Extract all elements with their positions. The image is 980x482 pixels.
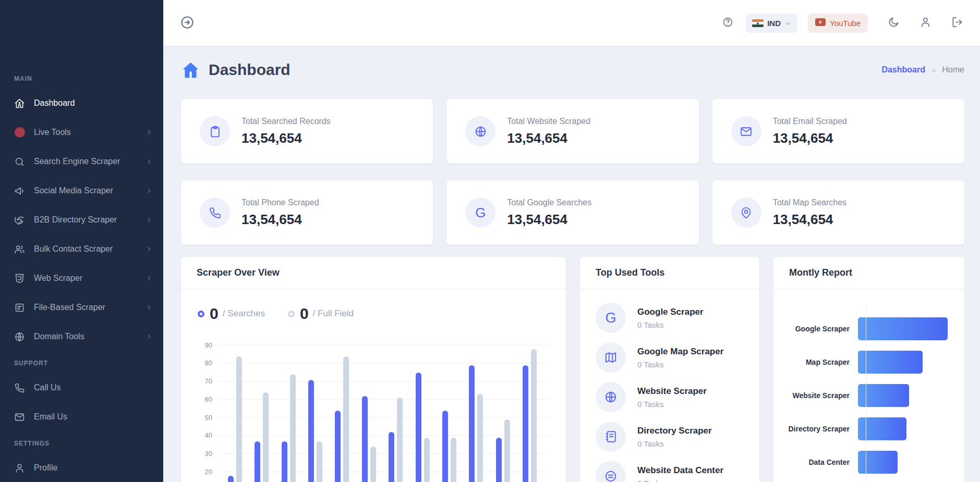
- tool-tasks: 0 Tasks: [637, 320, 704, 329]
- stat-value: 13,54,654: [773, 130, 847, 146]
- map-pin-icon: [731, 197, 761, 228]
- overview-title: Scraper Over View: [197, 267, 280, 278]
- file-icon: [14, 302, 25, 313]
- tool-row-website-data-center[interactable]: Website Data Center0 Tasks: [596, 461, 744, 482]
- legend-count: 0: [210, 305, 219, 323]
- sidebar-logo-area: [0, 0, 163, 67]
- tool-tasks: 0 Tasks: [637, 400, 707, 409]
- monthly-bar: [858, 417, 906, 440]
- sidebar-item-profile[interactable]: Profile: [0, 453, 163, 482]
- handshake-icon: [14, 215, 25, 226]
- y-axis-tick-label: 30: [192, 449, 212, 457]
- sidebar-item-social-media-scraper[interactable]: Social Media Scraper: [0, 176, 163, 205]
- bottom-grid: Scraper Over View 0/ Searches0/ Full Fie…: [181, 257, 964, 482]
- sidebar-item-email-us[interactable]: Email Us: [0, 402, 163, 431]
- bar-group: [389, 335, 403, 482]
- top-tools-card-header: Top Used Tools: [580, 257, 759, 289]
- overview-legend-item: 0/ Searches: [198, 305, 265, 323]
- chevron-right-icon: [146, 304, 153, 311]
- legend-dot-icon: [198, 311, 204, 317]
- tool-row-google-map-scraper[interactable]: Google Map Scraper0 Tasks: [596, 342, 744, 373]
- moon-icon: [888, 16, 900, 30]
- stat-card-total-phone-scraped: Total Phone Scraped13,54,654: [181, 180, 433, 245]
- globe-icon: [596, 382, 626, 412]
- top-tools-title: Top Used Tools: [596, 267, 664, 278]
- sidebar-item-label: Call Us: [34, 383, 153, 392]
- tool-tasks: 0 Tasks: [637, 439, 712, 448]
- sidebar-item-b2b-directory-scraper[interactable]: B2B Directory Scraper: [0, 205, 163, 234]
- tool-info: Directory Scraper0 Tasks: [637, 426, 712, 448]
- sidebar-item-domain-tools[interactable]: Domain Tools: [0, 322, 163, 351]
- searches-bar: [523, 365, 528, 482]
- tool-name: Google Map Scraper: [637, 347, 723, 357]
- logout-button[interactable]: [951, 16, 963, 30]
- y-axis-tick-label: 60: [192, 395, 212, 403]
- tool-row-website-scraper[interactable]: Website Scraper0 Tasks: [596, 382, 744, 412]
- full-field-bar: [290, 374, 296, 482]
- stat-value: 13,54,654: [241, 212, 319, 228]
- sidebar-item-live-tools[interactable]: Live Tools: [0, 118, 163, 147]
- full-field-bar: [451, 438, 456, 482]
- circle-arrow-right-icon: [180, 15, 195, 31]
- monthly-row: Map Scraper: [773, 345, 964, 379]
- overview-chart: 2030405060708090: [220, 335, 548, 482]
- topbar-right: IND YouTube: [722, 14, 963, 33]
- monthly-bar: [858, 451, 898, 474]
- sidebar-item-call-us[interactable]: Call Us: [0, 373, 163, 402]
- dark-mode-button[interactable]: [888, 16, 900, 30]
- sidebar-toggle-button[interactable]: [180, 15, 195, 31]
- bar-group: [469, 335, 483, 482]
- profile-button[interactable]: [919, 16, 931, 30]
- bar-group: [362, 335, 376, 482]
- sidebar-item-label: Email Us: [34, 412, 153, 422]
- youtube-button[interactable]: YouTube: [808, 14, 868, 33]
- chevron-right-icon: [146, 333, 153, 340]
- language-selector[interactable]: IND: [746, 14, 797, 33]
- tool-row-directory-scraper[interactable]: Directory Scraper0 Tasks: [596, 422, 744, 452]
- chevron-right-icon: [146, 187, 153, 194]
- sidebar-item-search-engine-scraper[interactable]: Search Engine Scraper: [0, 147, 163, 176]
- stat-card-total-email-scraped: Total Email Scraped13,54,654: [712, 99, 964, 164]
- bar-group: [308, 335, 322, 482]
- tool-info: Google Scraper0 Tasks: [637, 307, 704, 329]
- sidebar-item-bulk-contact-scraper[interactable]: Bulk Contact Scraper: [0, 234, 163, 264]
- y-axis-tick-label: 50: [192, 413, 212, 421]
- youtube-label: YouTube: [830, 19, 861, 28]
- tool-row-google-scraper[interactable]: GGoogle Scraper0 Tasks: [596, 303, 744, 333]
- overview-card: Scraper Over View 0/ Searches0/ Full Fie…: [181, 257, 566, 482]
- monthly-bar: [858, 351, 923, 374]
- tool-info: Website Data Center0 Tasks: [637, 465, 723, 482]
- monthly-category-label: Google Scraper: [773, 325, 858, 333]
- stat-value: 13,54,654: [507, 212, 591, 228]
- india-flag-icon: [752, 19, 764, 27]
- tool-tasks: 0 Tasks: [637, 360, 723, 369]
- searches-bar: [335, 411, 341, 482]
- mail-icon: [14, 412, 25, 423]
- monthly-category-label: Website Scraper: [773, 391, 858, 400]
- sidebar-item-dashboard[interactable]: Dashboard: [0, 89, 163, 118]
- phone-icon: [14, 382, 25, 393]
- live-icon: [14, 127, 25, 138]
- g-icon: G: [596, 303, 626, 333]
- full-field-bar: [343, 356, 349, 482]
- tool-name: Website Data Center: [637, 465, 723, 476]
- help-button[interactable]: [722, 17, 733, 29]
- globe-icon: [14, 331, 25, 342]
- top-tools-card: Top Used Tools GGoogle Scraper0 TasksGoo…: [580, 257, 759, 482]
- stat-card-total-website-scraped: Total Website Scraped13,54,654: [446, 99, 698, 164]
- monthly-row: Directory Scraper: [773, 412, 964, 446]
- breadcrumb-link[interactable]: Dashboard: [881, 65, 925, 75]
- sidebar-item-file-based-scraper[interactable]: File-Based Scraper: [0, 293, 163, 322]
- full-field-bar: [531, 349, 537, 482]
- chevron-right-icon: [146, 245, 153, 253]
- y-axis-tick-label: 80: [192, 359, 212, 367]
- stat-info: Total Website Scraped13,54,654: [507, 117, 590, 146]
- topbar: IND YouTube: [163, 0, 980, 46]
- globe-icon: [465, 116, 495, 146]
- stat-card-total-map-searches: Total Map Searches13,54,654: [712, 180, 964, 245]
- phone-icon: [200, 197, 230, 228]
- sidebar-item-web-scraper[interactable]: Web Scraper: [0, 264, 163, 293]
- bar-group: [496, 335, 510, 482]
- language-code: IND: [767, 19, 781, 28]
- searches-bar: [308, 380, 314, 482]
